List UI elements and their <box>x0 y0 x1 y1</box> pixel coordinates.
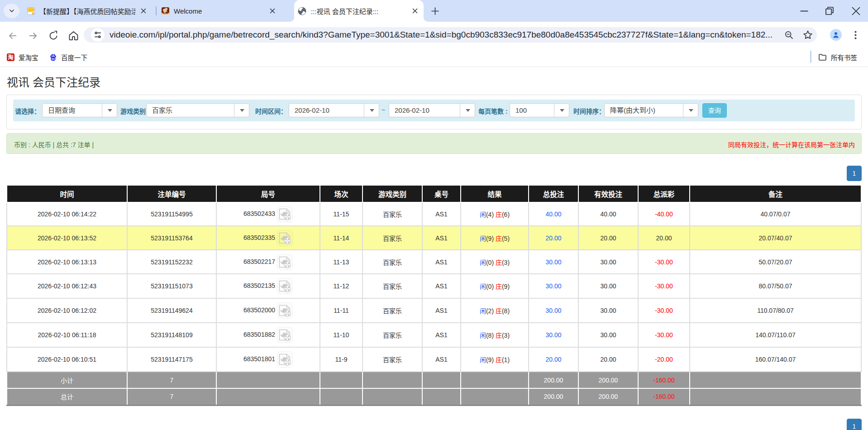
svg-text:du: du <box>52 57 55 60</box>
svg-text:淘: 淘 <box>8 53 13 60</box>
